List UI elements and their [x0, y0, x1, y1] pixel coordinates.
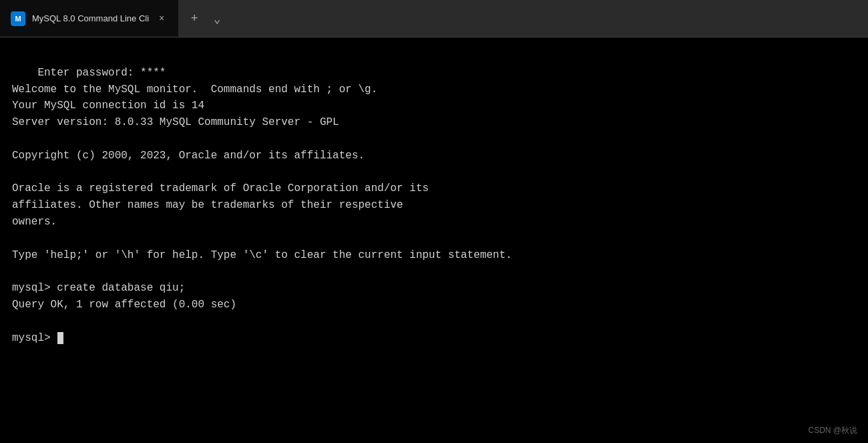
line-connection-id: Your MySQL connection id is 14: [12, 100, 204, 112]
line-trademark1: Oracle is a registered trademark of Orac…: [12, 182, 429, 194]
close-tab-button[interactable]: ×: [156, 13, 168, 25]
active-tab[interactable]: M MySQL 8.0 Command Line Cli ×: [0, 0, 178, 37]
title-bar: M MySQL 8.0 Command Line Cli × + ⌄: [0, 0, 868, 37]
dropdown-button[interactable]: ⌄: [206, 8, 228, 29]
tab-actions: + ⌄: [178, 0, 233, 37]
line-password: Enter password: ****: [37, 67, 166, 79]
line-help: Type 'help;' or '\h' for help. Type '\c'…: [12, 249, 512, 261]
line-command: mysql> create database qiu;: [12, 282, 185, 294]
terminal-output: Enter password: **** Welcome to the MySQ…: [12, 48, 856, 330]
line-welcome: Welcome to the MySQL monitor. Commands e…: [12, 84, 377, 96]
tab-area: M MySQL 8.0 Command Line Cli × + ⌄: [0, 0, 233, 37]
app-icon: M: [11, 11, 25, 26]
line-copyright: Copyright (c) 2000, 2023, Oracle and/or …: [12, 150, 365, 162]
line-query-result: Query OK, 1 row affected (0.00 sec): [12, 299, 236, 311]
new-tab-button[interactable]: +: [184, 8, 205, 29]
line-trademark3: owners.: [12, 216, 57, 228]
prompt-line: mysql>: [12, 330, 856, 347]
terminal-cursor: [57, 332, 63, 344]
line-trademark2: affiliates. Other names may be trademark…: [12, 199, 403, 211]
watermark: CSDN @秋说: [808, 425, 857, 436]
prompt-text: mysql>: [12, 330, 57, 347]
terminal-body[interactable]: Enter password: **** Welcome to the MySQ…: [0, 37, 868, 443]
line-server-version: Server version: 8.0.33 MySQL Community S…: [12, 116, 339, 128]
tab-title: MySQL 8.0 Command Line Cli: [32, 13, 149, 23]
